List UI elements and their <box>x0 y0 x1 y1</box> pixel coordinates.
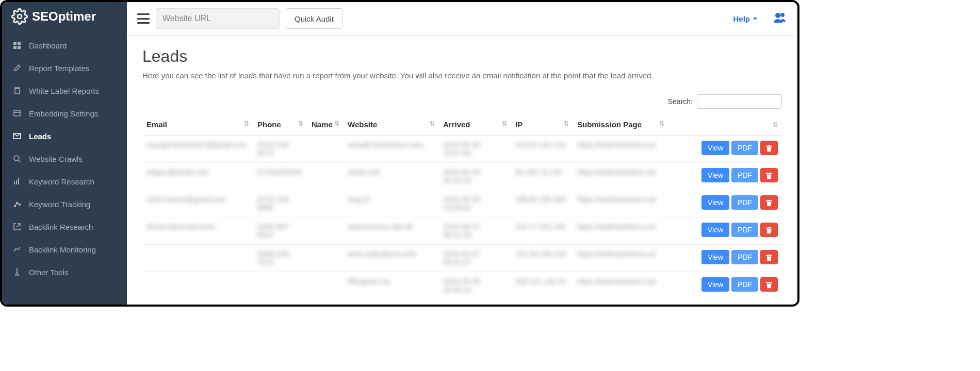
delete-button[interactable] <box>760 168 778 182</box>
bars-icon <box>12 177 22 186</box>
sort-icon: ⇅ <box>659 120 664 127</box>
pdf-button[interactable]: PDF <box>731 168 758 182</box>
sidebar-item-keyword-research[interactable]: Keyword Research <box>2 170 127 193</box>
column-actions: ⇅ <box>668 114 782 136</box>
sidebar-item-leads[interactable]: Leads <box>2 125 127 147</box>
sidebar-item-label: Embedding Settings <box>29 109 98 118</box>
sidebar: SEOptimer DashboardReport TemplatesWhite… <box>2 2 127 305</box>
row-actions: ViewPDF <box>668 217 782 245</box>
search-icon <box>12 154 22 163</box>
row-actions: ViewPDF <box>668 163 782 190</box>
view-button[interactable]: View <box>701 195 729 210</box>
cell: 188.60.189.200 <box>511 190 573 217</box>
table-row: liftingstars.ca2024-09-2618:29:14209.121… <box>142 272 782 299</box>
hamburger-icon[interactable] <box>137 13 150 24</box>
sidebar-item-website-crawls[interactable]: Website Crawls <box>2 147 127 170</box>
pdf-button[interactable]: PDF <box>731 141 758 155</box>
trash-icon <box>765 171 773 179</box>
column-submission-page[interactable]: Submission Page⇅ <box>573 114 668 136</box>
column-website[interactable]: Website⇅ <box>344 114 439 136</box>
cell: 210.17.252.164 <box>511 217 573 245</box>
users-icon[interactable] <box>773 11 787 26</box>
delete-button[interactable] <box>760 195 778 210</box>
cell: strolis.info <box>344 163 439 190</box>
sidebar-item-white-label-reports[interactable]: White Label Reports <box>2 79 127 102</box>
svg-rect-2 <box>18 42 21 45</box>
column-email[interactable]: Email⇅ <box>142 114 253 136</box>
view-button[interactable]: View <box>701 168 729 182</box>
sidebar-item-label: Leads <box>29 132 51 141</box>
sidebar-item-embedding-settings[interactable]: Embedding Settings <box>2 102 127 125</box>
sort-icon: ⇅ <box>298 120 303 127</box>
svg-rect-12 <box>16 180 17 184</box>
sidebar-item-label: Other Tools <box>29 268 68 277</box>
tools-icon <box>12 267 22 277</box>
cell <box>142 245 253 272</box>
column-name[interactable]: Name⇅ <box>307 114 344 136</box>
sidebar-item-backlink-monitoring[interactable]: Backlink Monitoring <box>2 238 127 261</box>
sidebar-item-report-templates[interactable]: Report Templates <box>2 57 127 79</box>
brand-name: SEOptimer <box>32 9 96 24</box>
pdf-button[interactable]: PDF <box>731 277 758 292</box>
topbar: Quick Audit Help <box>127 2 797 36</box>
cell: victor.harton@gmail.com <box>142 190 253 217</box>
website-url-input[interactable] <box>156 8 280 29</box>
cell: (514) 234-8173 <box>253 136 307 163</box>
cell: https://webmarketers.ca/ <box>573 217 668 245</box>
sidebar-item-backlink-research[interactable]: Backlink Research <box>2 215 127 238</box>
pdf-button[interactable]: PDF <box>731 223 758 237</box>
pdf-button[interactable]: PDF <box>731 250 758 264</box>
sidebar-item-label: Report Templates <box>29 64 89 73</box>
page-subtitle: Here you can see the list of leads that … <box>142 71 782 80</box>
cell: visual87production.com <box>344 136 439 163</box>
cell: https://webmarketers.ca/ <box>573 163 668 190</box>
quick-audit-button[interactable]: Quick Audit <box>286 8 342 29</box>
cell: 24.202.152.123 <box>511 136 573 163</box>
embed-icon <box>12 109 22 118</box>
view-button[interactable]: View <box>701 250 729 264</box>
sidebar-item-dashboard[interactable]: Dashboard <box>2 34 127 57</box>
sidebar-item-label: Website Crawls <box>29 155 83 163</box>
mail-icon <box>12 131 22 141</box>
svg-line-10 <box>19 160 21 162</box>
row-actions: ViewPDF <box>668 190 782 217</box>
delete-button[interactable] <box>760 141 778 155</box>
delete-button[interactable] <box>760 223 778 237</box>
brand-logo[interactable]: SEOptimer <box>2 2 127 34</box>
column-phone[interactable]: Phone⇅ <box>253 114 307 136</box>
trash-icon <box>765 280 773 289</box>
svg-rect-13 <box>18 178 19 184</box>
column-arrived[interactable]: Arrived⇅ <box>439 114 511 136</box>
help-dropdown[interactable]: Help <box>733 14 757 23</box>
sidebar-item-label: Keyword Research <box>29 177 94 186</box>
view-button[interactable]: View <box>701 223 729 237</box>
cell: 152.58.198.219 <box>511 245 573 272</box>
delete-button[interactable] <box>760 250 778 264</box>
svg-point-18 <box>775 13 780 18</box>
row-actions: ViewPDF <box>668 136 782 163</box>
pdf-button[interactable]: PDF <box>731 195 758 210</box>
sort-icon: ⇅ <box>564 120 569 127</box>
sidebar-item-label: Dashboard <box>29 41 67 50</box>
sidebar-item-other-tools[interactable]: Other Tools <box>2 261 127 283</box>
cell <box>307 163 344 190</box>
svg-rect-1 <box>13 42 17 45</box>
search-input[interactable] <box>697 94 782 109</box>
svg-rect-6 <box>14 111 20 116</box>
sidebar-item-keyword-tracking[interactable]: Keyword Tracking <box>2 193 127 215</box>
table-row: (948) 948-7013www.acibuildcon.com2024-09… <box>142 245 782 272</box>
external-icon <box>12 222 22 231</box>
view-button[interactable]: View <box>701 277 729 292</box>
cell: https://webmarketers.ca/ <box>573 190 668 217</box>
leads-table: Email⇅Phone⇅Name⇅Website⇅Arrived⇅IP⇅Subm… <box>142 114 782 299</box>
column-ip[interactable]: IP⇅ <box>511 114 573 136</box>
cell <box>307 217 344 245</box>
view-button[interactable]: View <box>701 141 729 155</box>
cell: 2024-09-2705:41:07 <box>439 245 511 272</box>
delete-button[interactable] <box>760 277 778 292</box>
cell: https://webmarketers.ca/ <box>573 272 668 299</box>
trash-icon <box>765 226 773 234</box>
svg-point-9 <box>14 156 19 161</box>
cell <box>307 245 344 272</box>
table-row: visualproduction87@gmail.com(514) 234-81… <box>142 136 782 163</box>
